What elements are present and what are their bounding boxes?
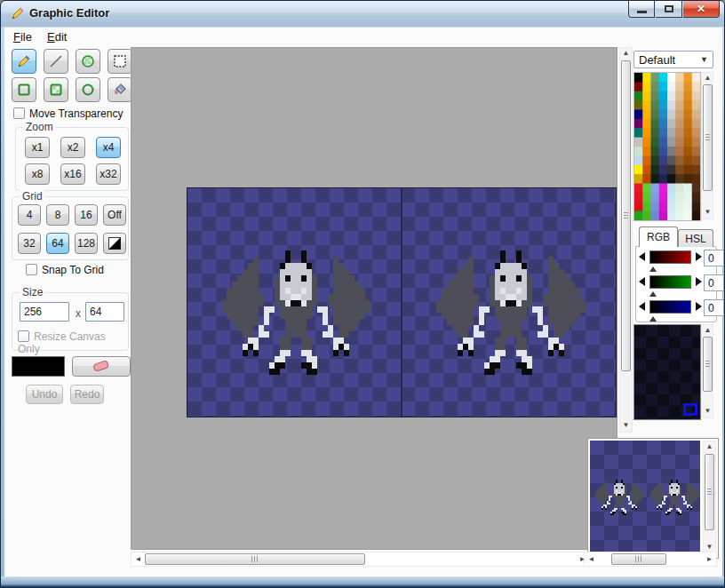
- workspace-horizontal-scrollbar[interactable]: ◄ ►: [131, 552, 590, 567]
- tab-hsl[interactable]: HSL: [678, 229, 713, 247]
- zoom-x8-button[interactable]: x8: [25, 163, 50, 185]
- minimize-button[interactable]: [628, 1, 655, 18]
- menu-file[interactable]: File: [13, 30, 32, 44]
- canvas-workspace: [131, 47, 617, 550]
- scrollbar-thumb[interactable]: [703, 337, 713, 392]
- filled-rect-icon: [48, 82, 64, 98]
- scroll-up-arrow[interactable]: ▲: [704, 443, 715, 452]
- scrollbar-thumb[interactable]: [611, 553, 666, 565]
- scrollbar-thumb[interactable]: [621, 60, 631, 371]
- blue-increase-arrow[interactable]: [696, 302, 702, 311]
- zoom-x2-button[interactable]: x2: [60, 137, 85, 158]
- width-field[interactable]: [20, 302, 69, 322]
- grid-16-button[interactable]: 16: [75, 204, 98, 226]
- drawing-canvas[interactable]: [187, 187, 617, 417]
- pencil-icon: [16, 53, 32, 69]
- blue-decrease-arrow[interactable]: [639, 302, 645, 311]
- fill-bucket-icon: [112, 82, 128, 98]
- maximize-button[interactable]: [656, 1, 682, 18]
- tool-fill-bucket-button[interactable]: [108, 77, 132, 102]
- scrollbar-thumb[interactable]: [705, 454, 714, 530]
- tool-filled-ellipse-button[interactable]: [76, 49, 100, 74]
- blue-slider-thumb[interactable]: [649, 316, 657, 322]
- red-slider-bar[interactable]: [649, 250, 691, 264]
- rect-outline-icon: [16, 82, 32, 98]
- grid-off-button[interactable]: Off: [103, 204, 126, 226]
- pencil-app-icon: [10, 5, 26, 21]
- grid-color-icon: [108, 237, 121, 250]
- scroll-left-arrow[interactable]: ◄: [586, 556, 597, 565]
- scrollbar-thumb[interactable]: [145, 553, 365, 565]
- green-decrease-arrow[interactable]: [639, 277, 645, 286]
- color-zoom-preview[interactable]: [633, 324, 701, 420]
- tool-ellipse-outline-button[interactable]: [76, 77, 100, 102]
- tool-filled-rect-button[interactable]: [44, 77, 68, 102]
- tab-rgb[interactable]: RGB: [639, 226, 678, 247]
- scroll-up-arrow[interactable]: ▲: [702, 75, 713, 83]
- color-palette-grid[interactable]: [633, 72, 701, 221]
- close-icon: ✕: [697, 3, 705, 15]
- blue-value-field[interactable]: 0: [704, 299, 724, 316]
- red-decrease-arrow[interactable]: [639, 252, 645, 261]
- title-bar[interactable]: Graphic Editor ✕: [1, 1, 725, 27]
- scroll-down-arrow[interactable]: ▼: [702, 408, 713, 417]
- zoom-preview-scrollbar[interactable]: ▲ ▼: [701, 324, 713, 418]
- checkbox-box[interactable]: [26, 264, 37, 275]
- scroll-right-arrow[interactable]: ►: [704, 556, 715, 565]
- window-bottom-frame: [1, 576, 725, 587]
- sprite-preview-canvas[interactable]: [590, 441, 700, 554]
- redo-button[interactable]: Redo: [70, 385, 104, 404]
- tool-rect-outline-button[interactable]: [12, 77, 36, 102]
- undo-button[interactable]: Undo: [26, 385, 63, 404]
- menu-edit[interactable]: Edit: [47, 30, 67, 44]
- red-value-field[interactable]: 0: [704, 250, 724, 266]
- zoom-x16-button[interactable]: x16: [60, 163, 85, 185]
- window-title: Graphic Editor: [29, 6, 109, 20]
- blue-slider-bar[interactable]: [649, 300, 691, 314]
- red-increase-arrow[interactable]: [696, 252, 702, 261]
- scroll-up-arrow[interactable]: ▲: [702, 327, 713, 336]
- eraser-button[interactable]: [72, 356, 131, 377]
- grid-32-button[interactable]: 32: [18, 233, 41, 254]
- height-field[interactable]: [85, 302, 124, 322]
- green-slider-bar[interactable]: [649, 275, 691, 289]
- workspace-vertical-scrollbar[interactable]: ▲ ▼: [619, 47, 633, 433]
- close-button[interactable]: ✕: [683, 1, 720, 18]
- resize-canvas-only-checkbox[interactable]: Resize Canvas Only: [18, 330, 128, 355]
- scroll-down-arrow[interactable]: ▼: [702, 209, 713, 218]
- scroll-down-arrow[interactable]: ▼: [620, 422, 632, 431]
- tool-select-button[interactable]: [108, 49, 132, 74]
- preview-horizontal-scrollbar[interactable]: ◄ ►: [584, 552, 717, 567]
- scrollbar-thumb[interactable]: [703, 84, 713, 191]
- checkbox-box[interactable]: [18, 330, 29, 342]
- zoom-x32-button[interactable]: x32: [96, 163, 121, 185]
- green-value-field[interactable]: 0: [704, 274, 724, 291]
- preview-vertical-scrollbar[interactable]: ▲ ▼: [703, 441, 716, 554]
- grid-8-button[interactable]: 8: [46, 204, 69, 226]
- snap-to-grid-checkbox[interactable]: Snap To Grid: [26, 264, 104, 276]
- palette-select-dropdown[interactable]: Default ▼: [633, 51, 713, 68]
- red-slider-thumb[interactable]: [649, 266, 657, 272]
- grid-4-button[interactable]: 4: [18, 204, 41, 226]
- palette-selected-value: Default: [639, 53, 675, 67]
- green-slider-thumb[interactable]: [649, 291, 657, 297]
- client-area: File Edit: [4, 28, 722, 578]
- line-icon: [48, 53, 64, 69]
- zoom-x4-button[interactable]: x4: [96, 137, 121, 158]
- app-window: Graphic Editor ✕ File Edit: [0, 0, 725, 588]
- scroll-left-arrow[interactable]: ◄: [132, 556, 144, 565]
- move-transparency-checkbox[interactable]: Move Transparency: [13, 107, 123, 120]
- checkbox-box[interactable]: [13, 107, 25, 119]
- tool-pencil-button[interactable]: [12, 49, 36, 74]
- green-increase-arrow[interactable]: [696, 277, 702, 286]
- grid-128-button[interactable]: 128: [75, 233, 98, 254]
- grid-64-button[interactable]: 64: [46, 233, 69, 254]
- menu-bar: File Edit: [4, 28, 722, 47]
- zoom-groupbox: Zoom x1 x2 x4 x8 x16 x32: [15, 127, 129, 191]
- scroll-up-arrow[interactable]: ▲: [620, 50, 632, 59]
- tool-line-button[interactable]: [44, 49, 68, 74]
- current-color-swatch[interactable]: [12, 356, 65, 377]
- grid-color-button[interactable]: [103, 233, 126, 254]
- zoom-x1-button[interactable]: x1: [25, 137, 50, 158]
- palette-scrollbar[interactable]: ▲ ▼: [701, 72, 713, 219]
